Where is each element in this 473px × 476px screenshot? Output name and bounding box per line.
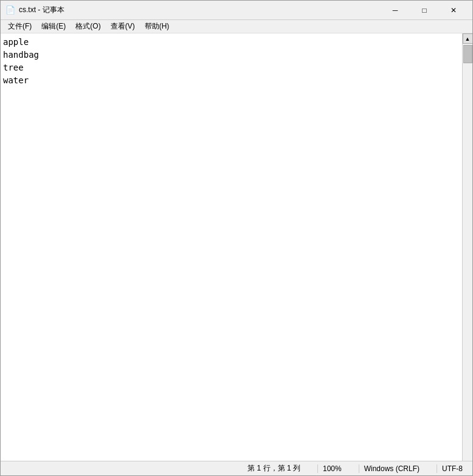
menu-file[interactable]: 文件(F): [3, 20, 36, 33]
menu-bar: 文件(F) 编辑(E) 格式(O) 查看(V) 帮助(H): [1, 20, 472, 33]
menu-format[interactable]: 格式(O): [71, 20, 105, 33]
window-title: cs.txt - 记事本: [19, 5, 64, 15]
scrollbar-thumb[interactable]: [463, 45, 472, 63]
cursor-position: 第 1 行，第 1 列: [243, 463, 305, 474]
zoom-level: 100%: [317, 464, 347, 473]
status-bar: 第 1 行，第 1 列 100% Windows (CRLF) UTF-8: [1, 461, 472, 475]
title-bar: 📄 cs.txt - 记事本 ─ □ ✕: [1, 1, 472, 20]
title-bar-controls: ─ □ ✕: [381, 3, 468, 18]
maximize-button[interactable]: □: [410, 3, 438, 18]
scrollbar-up-button[interactable]: ▲: [463, 33, 473, 44]
menu-edit[interactable]: 编辑(E): [36, 20, 71, 33]
menu-help[interactable]: 帮助(H): [140, 20, 174, 33]
scrollbar-vertical[interactable]: ▲: [462, 33, 472, 461]
minimize-button[interactable]: ─: [381, 3, 409, 18]
line-ending: Windows (CRLF): [359, 464, 424, 473]
menu-view[interactable]: 查看(V): [106, 20, 140, 33]
encoding: UTF-8: [437, 464, 468, 473]
close-button[interactable]: ✕: [440, 3, 468, 18]
app-icon: 📄: [5, 5, 15, 15]
editor-area: apple handbag tree water ▲: [1, 33, 472, 461]
text-editor[interactable]: apple handbag tree water: [1, 33, 462, 461]
notepad-window: 📄 cs.txt - 记事本 ─ □ ✕ 文件(F) 编辑(E) 格式(O) 查…: [0, 0, 473, 476]
title-bar-left: 📄 cs.txt - 记事本: [5, 5, 64, 15]
